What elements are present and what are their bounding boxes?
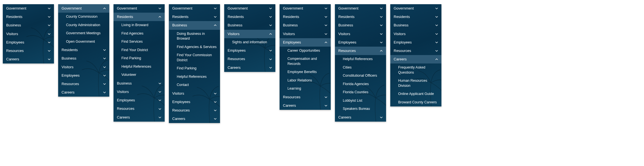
nav-subitem-county-commission[interactable]: County Commission [58, 13, 109, 21]
nav-item-employees[interactable]: Employees [224, 46, 275, 55]
nav-subitem-labor-relations[interactable]: Labor Relations [280, 76, 331, 85]
nav-subitem-find-agencies[interactable]: Find Agencies [114, 29, 165, 38]
nav-subitem-constitutional-officers[interactable]: Constitutional Officers [335, 72, 386, 80]
nav-subitem-broward-county-careers[interactable]: Broward County Careers [390, 98, 441, 107]
nav-item-careers[interactable]: Careers [335, 113, 386, 122]
nav-item-government[interactable]: Government [335, 4, 386, 13]
nav-item-label: Business [117, 81, 157, 86]
nav-subitem-find-parking[interactable]: Find Parking [114, 54, 165, 63]
nav-item-employees[interactable]: Employees [169, 98, 220, 106]
nav-item-visitors[interactable]: Visitors [169, 89, 220, 98]
nav-item-government[interactable]: Government [169, 4, 220, 13]
nav-item-resources[interactable]: Resources [335, 47, 386, 55]
nav-item-business[interactable]: Business [390, 21, 441, 29]
nav-subitem-volunteer[interactable]: Volunteer [114, 71, 165, 79]
nav-subitem-online-applicant-guide[interactable]: Online Applicant Guide [390, 90, 441, 98]
nav-item-employees[interactable]: Employees [3, 38, 54, 47]
nav-item-resources[interactable]: Resources [169, 106, 220, 115]
nav-subitem-open-government[interactable]: Open Government [58, 38, 109, 46]
nav-item-residents[interactable]: Residents [390, 13, 441, 21]
nav-subitem-speakers-bureau[interactable]: Speakers Bureau [335, 105, 386, 113]
nav-item-business[interactable]: Business [335, 21, 386, 29]
nav-item-residents[interactable]: Residents [3, 13, 54, 21]
nav-subitem-find-your-commission-district[interactable]: Find Your Commission District [169, 51, 220, 64]
nav-item-careers[interactable]: Careers [280, 101, 331, 110]
nav-subitem-find-your-district[interactable]: Find Your District [114, 46, 165, 54]
nav-subitem-find-services[interactable]: Find Services [114, 38, 165, 46]
nav-item-resources[interactable]: Resources [3, 47, 54, 55]
nav-subitem-lobbyist-list[interactable]: Lobbyist List [335, 97, 386, 105]
nav-item-visitors[interactable]: Visitors [114, 88, 165, 96]
nav-subitem-doing-business-in-broward[interactable]: Doing Business in Broward [169, 30, 220, 43]
nav-subitem-learning[interactable]: Learning [280, 85, 331, 93]
nav-item-careers[interactable]: Careers [390, 55, 441, 63]
nav-subitem-helpful-references[interactable]: Helpful References [114, 63, 165, 71]
nav-item-government[interactable]: Government [3, 4, 54, 13]
nav-item-government[interactable]: Government [58, 4, 109, 13]
nav-subitem-career-opportunities[interactable]: Career Opportunities [280, 47, 331, 55]
chevron-up-icon [325, 41, 327, 44]
nav-item-resources[interactable]: Resources [390, 47, 441, 55]
nav-item-employees[interactable]: Employees [280, 38, 331, 47]
nav-item-residents[interactable]: Residents [169, 13, 220, 21]
nav-item-employees[interactable]: Employees [114, 96, 165, 104]
nav-subitem-find-parking[interactable]: Find Parking [169, 64, 220, 73]
nav-item-visitors[interactable]: Visitors [58, 63, 109, 71]
nav-item-residents[interactable]: Residents [224, 13, 275, 21]
nav-subitem-florida-agencies[interactable]: Florida Agencies [335, 80, 386, 88]
nav-subitem-florida-counties[interactable]: Florida Counties [335, 88, 386, 97]
nav-subitem-living-in-broward[interactable]: Living in Broward [114, 21, 165, 29]
nav-item-resources[interactable]: Resources [224, 55, 275, 63]
chevron-down-icon [325, 15, 327, 18]
nav-item-visitors[interactable]: Visitors [390, 30, 441, 38]
nav-item-residents[interactable]: Residents [58, 46, 109, 54]
nav-subitem-helpful-references[interactable]: Helpful References [335, 55, 386, 63]
nav-subitem-cities[interactable]: Cities [335, 63, 386, 72]
nav-item-business[interactable]: Business [224, 21, 275, 29]
nav-item-careers[interactable]: Careers [114, 113, 165, 122]
nav-item-residents[interactable]: Residents [280, 13, 331, 21]
nav-subitem-helpful-references[interactable]: Helpful References [169, 73, 220, 81]
nav-item-careers[interactable]: Careers [224, 63, 275, 72]
nav-subitem-employee-benefits[interactable]: Employee Benefits [280, 68, 331, 76]
nav-item-business[interactable]: Business [280, 21, 331, 29]
nav-item-business[interactable]: Business [3, 21, 54, 29]
nav-item-government[interactable]: Government [390, 4, 441, 13]
nav-item-business[interactable]: Business [169, 21, 220, 29]
nav-item-employees[interactable]: Employees [390, 38, 441, 47]
nav-item-careers[interactable]: Careers [169, 115, 220, 123]
nav-item-visitors[interactable]: Visitors [335, 30, 386, 38]
nav-item-careers[interactable]: Careers [3, 55, 54, 63]
nav-item-government[interactable]: Government [280, 4, 331, 13]
nav-item-government[interactable]: Government [114, 4, 165, 13]
nav-item-careers[interactable]: Careers [58, 88, 109, 97]
nav-item-residents[interactable]: Residents [114, 13, 165, 21]
nav-item-employees[interactable]: Employees [58, 71, 109, 80]
nav-subitem-county-administration[interactable]: County Administration [58, 21, 109, 29]
chevron-down-icon [435, 33, 438, 35]
nav-subitem-contact[interactable]: Contact [169, 81, 220, 89]
nav-item-government[interactable]: Government [224, 4, 275, 13]
nav-item-visitors[interactable]: Visitors [3, 30, 54, 38]
chevron-down-icon [435, 24, 438, 27]
nav-item-business[interactable]: Business [114, 79, 165, 88]
nav-item-employees[interactable]: Employees [335, 38, 386, 47]
nav-item-residents[interactable]: Residents [335, 13, 386, 21]
nav-item-business[interactable]: Business [58, 54, 109, 63]
nav-item-resources[interactable]: Resources [58, 80, 109, 88]
nav-subitem-human-resources-division[interactable]: Human Resources Division [390, 77, 441, 90]
nav-item-label: Visitors [6, 31, 46, 37]
nav-subitem-find-agencies-services[interactable]: Find Agencies & Services [169, 43, 220, 51]
nav-subitem-label: County Commission [66, 14, 106, 19]
nav-item-resources[interactable]: Resources [114, 104, 165, 113]
nav-subitem-sights-and-information[interactable]: Sights and information [224, 38, 275, 47]
nav-subitem-government-meetings[interactable]: Government Meetings [58, 29, 109, 38]
nav-item-visitors[interactable]: Visitors [224, 30, 275, 38]
nav-item-label: Government [117, 6, 157, 11]
nav-subitem-frequently-asked-questions[interactable]: Frequently Asked Questions [390, 63, 441, 77]
nav-item-visitors[interactable]: Visitors [280, 30, 331, 38]
chevron-up-icon [214, 24, 217, 27]
nav-item-label: Business [394, 23, 434, 28]
nav-subitem-compensation-and-records[interactable]: Compensation and Records [280, 55, 331, 68]
nav-item-resources[interactable]: Resources [280, 93, 331, 101]
